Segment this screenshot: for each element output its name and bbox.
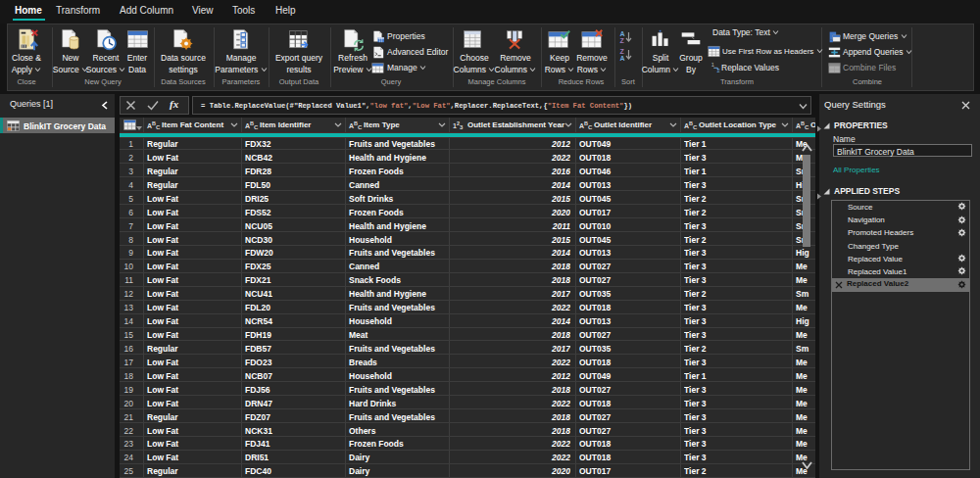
svg-text:1: 1 bbox=[711, 62, 714, 68]
svg-text:2: 2 bbox=[717, 68, 720, 73]
svg-text:A: A bbox=[620, 30, 625, 37]
svg-text:Z: Z bbox=[620, 37, 625, 44]
